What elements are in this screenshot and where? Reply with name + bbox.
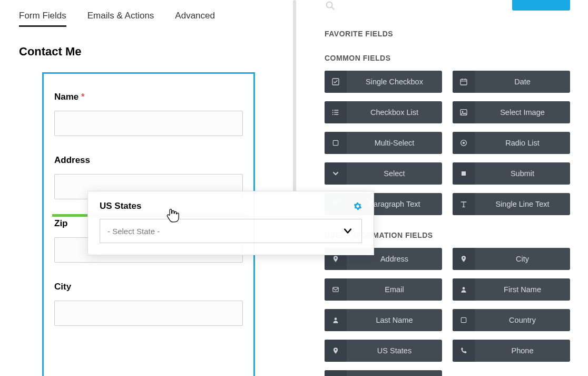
field-chip-label: Submit [475, 169, 570, 178]
tab-form-fields[interactable]: Form Fields [19, 11, 66, 27]
svg-point-11 [332, 112, 334, 113]
field-chip-label: City [475, 255, 570, 263]
required-asterisk: * [81, 92, 85, 102]
user-field-city[interactable]: City [453, 248, 570, 270]
calendar-icon [453, 71, 475, 93]
gear-icon[interactable] [354, 202, 362, 210]
dragging-field-card[interactable]: US States - Select State - [87, 191, 374, 255]
svg-point-23 [463, 257, 465, 259]
field-chip-label: Multi-Select [347, 139, 442, 147]
user-field-phone[interactable]: Phone [453, 340, 570, 362]
stop-icon [453, 162, 475, 185]
field-chip-label: First Name [475, 285, 570, 294]
splitter[interactable] [293, 0, 296, 195]
field-chip-label: Date [475, 78, 570, 86]
text-icon [453, 193, 475, 215]
svg-point-25 [463, 287, 465, 290]
user-icon [325, 309, 347, 331]
primary-button[interactable] [512, 0, 570, 11]
common-field-submit[interactable]: Submit [453, 162, 570, 185]
phone-icon [453, 340, 475, 362]
field-chip-label: Country [475, 316, 570, 324]
svg-line-1 [332, 7, 335, 10]
user-field-country[interactable]: Country [453, 309, 570, 331]
field-city[interactable]: City [54, 282, 243, 326]
state-select[interactable]: - Select State - [100, 219, 362, 243]
list-icon [325, 101, 347, 123]
field-name[interactable]: Name * [54, 92, 243, 136]
map-marker-icon [453, 248, 475, 270]
user-field-email[interactable]: Email [325, 278, 442, 301]
user-field-first-name[interactable]: First Name [453, 278, 570, 301]
map-marker-icon [325, 340, 347, 362]
city-input[interactable] [54, 301, 243, 326]
common-field-select-image[interactable]: Select Image [453, 101, 570, 123]
field-label: Address [54, 155, 243, 166]
square-icon [453, 309, 475, 331]
field-chip-label: Single Line Text [475, 200, 570, 208]
field-chip-label: Address [347, 255, 442, 263]
field-chip-label: Phone [475, 346, 570, 355]
map-marker-icon [325, 370, 347, 376]
dot-circle-icon [453, 132, 475, 154]
svg-rect-15 [333, 140, 338, 145]
svg-point-17 [463, 142, 465, 144]
field-label: Name [54, 92, 79, 102]
common-field-single-line-text[interactable]: Single Line Text [453, 193, 570, 215]
common-fields-heading: COMMON FIELDS [325, 54, 570, 62]
common-field-checkbox-list[interactable]: Checkbox List [325, 101, 442, 123]
field-label: City [54, 282, 243, 292]
favorite-fields-heading: FAVORITE FIELDS [325, 30, 570, 38]
name-input[interactable] [54, 111, 243, 136]
field-chip-label: US States [347, 346, 442, 355]
user-field-last-name[interactable]: Last Name [325, 309, 442, 331]
user-field-zip[interactable]: Zip [325, 370, 442, 376]
field-chip-label: Select Image [475, 108, 570, 117]
envelope-icon [325, 278, 347, 301]
builder-tabs: Form Fields Emails & Actions Advanced [19, 11, 295, 27]
common-field-multi-select[interactable]: Multi-Select [325, 132, 442, 154]
check-square-icon [325, 71, 347, 93]
svg-point-14 [462, 111, 464, 112]
svg-point-22 [335, 257, 337, 259]
tab-advanced[interactable]: Advanced [175, 11, 215, 27]
svg-rect-24 [333, 287, 339, 292]
field-chip-label: Email [347, 285, 442, 294]
svg-point-12 [332, 114, 334, 115]
select-placeholder: - Select State - [107, 227, 160, 236]
svg-point-10 [332, 110, 334, 111]
page-title: Contact Me [19, 45, 295, 59]
chevron-down-icon [342, 226, 353, 236]
svg-point-28 [335, 349, 337, 351]
common-field-single-checkbox[interactable]: Single Checkbox [325, 71, 442, 93]
square-icon [325, 132, 347, 154]
chevron-down-icon [325, 162, 347, 185]
user-fields-grid: AddressCityEmailFirst NameLast NameCount… [325, 248, 570, 376]
svg-point-0 [327, 2, 332, 8]
common-field-select[interactable]: Select [325, 162, 442, 185]
common-field-radio-list[interactable]: Radio List [453, 132, 570, 154]
svg-rect-3 [460, 79, 467, 85]
search-icon[interactable] [325, 0, 339, 14]
svg-rect-18 [462, 171, 466, 176]
field-chip-label: Single Checkbox [347, 78, 442, 86]
svg-rect-27 [461, 317, 466, 322]
common-field-date[interactable]: Date [453, 71, 570, 93]
field-chip-label: Select [347, 169, 442, 178]
tab-emails-actions[interactable]: Emails & Actions [87, 11, 154, 27]
field-chip-label: Radio List [475, 139, 570, 147]
dragging-field-title: US States [100, 201, 141, 211]
svg-point-26 [335, 317, 337, 320]
image-icon [453, 101, 475, 123]
user-field-us-states[interactable]: US States [325, 340, 442, 362]
field-chip-label: Checkbox List [347, 108, 442, 117]
field-chip-label: Last Name [347, 316, 442, 324]
user-icon [453, 278, 475, 301]
